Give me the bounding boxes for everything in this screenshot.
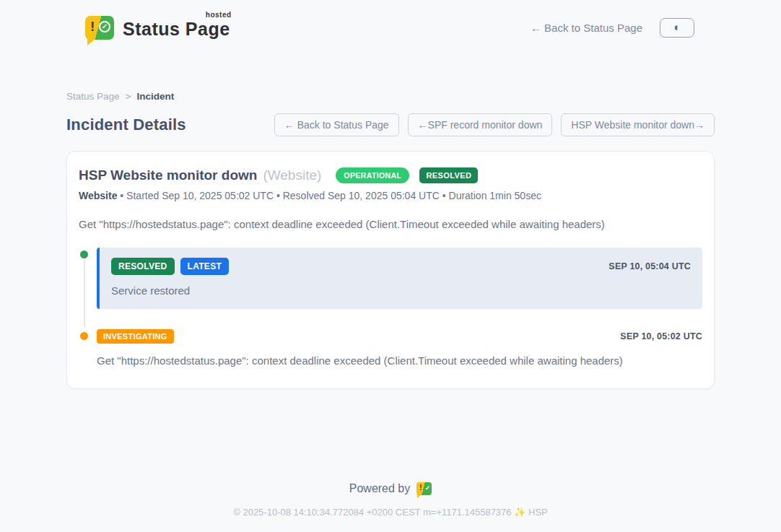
checkmark-icon: ✓ — [425, 484, 431, 492]
status-badge-resolved: RESOLVED — [111, 258, 175, 275]
incident-meta-detail: • Started Sep 10, 2025 05:02 UTC • Resol… — [117, 190, 541, 201]
prev-incident-button[interactable]: ←SPF record monitor down — [408, 113, 553, 136]
latest-badge: LATEST — [180, 258, 230, 275]
page-title: Incident Details — [66, 115, 186, 134]
incident-card: HSP Website monitor down (Website) OPERA… — [66, 151, 715, 389]
timeline-timestamp: SEP 10, 05:02 UTC — [620, 331, 702, 341]
statuspage-logo[interactable]: ! ✓ Status Page hosted — [85, 16, 233, 40]
breadcrumb-current: Incident — [136, 91, 174, 102]
brand-text: Status Page — [123, 19, 230, 39]
timeline-entry-resolved: RESOLVED LATEST SEP 10, 05:04 UTC Servic… — [79, 248, 702, 309]
incident-meta: Website • Started Sep 10, 2025 05:02 UTC… — [79, 190, 702, 201]
breadcrumb: Status Page > Incident — [66, 91, 715, 102]
powered-by-label: Powered by — [349, 482, 411, 495]
timeline-dot-orange-icon — [79, 331, 90, 341]
exclamation-icon: ! — [90, 19, 95, 35]
theme-toggle-button[interactable]: ◐ — [660, 18, 694, 38]
statuspage-mini-logo-icon[interactable]: ! ✓ — [416, 482, 432, 495]
footer: Powered by ! ✓ © 2025-10-08 14:10:34.772… — [0, 482, 781, 532]
breadcrumb-separator: > — [126, 91, 131, 102]
timeline-dot-green-icon — [79, 249, 90, 260]
next-incident-button[interactable]: HSP Website monitor down→ — [561, 113, 715, 136]
back-to-status-page-link[interactable]: ← Back to Status Page — [531, 22, 642, 34]
incident-component-paren: (Website) — [263, 167, 321, 183]
main-content: Status Page > Incident Incident Details … — [66, 55, 715, 389]
timeline-entry-investigating: INVESTIGATING SEP 10, 05:02 UTC Get "htt… — [79, 329, 702, 367]
timeline-message: Get "https://hostedstatus.page": context… — [97, 354, 702, 367]
incident-title: HSP Website monitor down — [79, 167, 257, 183]
operational-badge: OPERATIONAL — [336, 167, 409, 183]
breadcrumb-root[interactable]: Status Page — [66, 91, 120, 102]
theme-half-circle-icon: ◐ — [673, 22, 681, 33]
back-to-status-page-button[interactable]: ← Back to Status Page — [274, 113, 399, 136]
resolved-badge: RESOLVED — [419, 167, 478, 183]
checkmark-icon: ✓ — [99, 21, 110, 32]
incident-nav-buttons: ← Back to Status Page ←SPF record monito… — [274, 113, 715, 136]
incident-description: Get "https://hostedstatus.page": context… — [79, 218, 702, 230]
copyright-text: © 2025-10-08 14:10:34.772084 +0200 CEST … — [0, 507, 781, 518]
timeline-timestamp: SEP 10, 05:04 UTC — [608, 261, 691, 271]
timeline-entry-highlight-box: RESOLVED LATEST SEP 10, 05:04 UTC Servic… — [97, 248, 702, 309]
timeline-message: Service restored — [111, 284, 691, 297]
incident-timeline: RESOLVED LATEST SEP 10, 05:04 UTC Servic… — [79, 248, 702, 367]
statuspage-logo-icon: ! ✓ — [85, 16, 114, 40]
brand-superscript: hosted — [206, 11, 232, 19]
status-badge-investigating: INVESTIGATING — [97, 329, 174, 344]
exclamation-icon: ! — [419, 484, 422, 492]
brand-name: Status Page hosted — [123, 19, 233, 40]
header: ! ✓ Status Page hosted ← Back to Status … — [0, 0, 781, 55]
incident-component: Website — [79, 190, 117, 201]
